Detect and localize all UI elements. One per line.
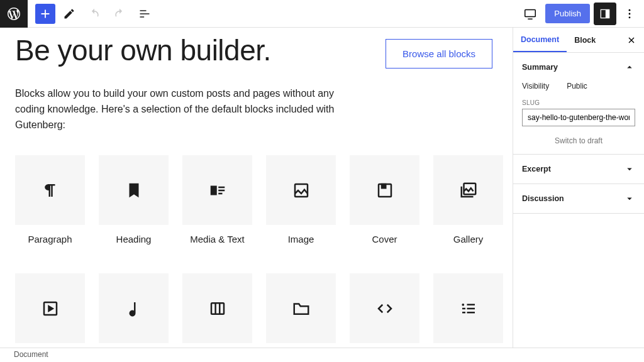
browse-blocks-button[interactable]: Browse all blocks (386, 39, 492, 69)
view-button[interactable] (519, 3, 541, 25)
svg-rect-7 (218, 193, 222, 195)
block-label: Image (288, 234, 314, 244)
switch-to-draft-button[interactable]: Switch to draft (522, 136, 635, 145)
close-icon (626, 35, 636, 45)
svg-rect-0 (525, 9, 536, 16)
svg-rect-13 (211, 303, 224, 314)
close-sidebar-button[interactable] (623, 31, 640, 49)
svg-rect-4 (210, 185, 216, 195)
video-icon (41, 299, 60, 318)
toolbar-left-group (0, 0, 156, 28)
sidebar-icon (599, 8, 611, 20)
wordpress-logo[interactable] (0, 0, 28, 28)
block-item-file[interactable] (266, 273, 336, 343)
block-label: Cover (372, 234, 397, 244)
outline-icon (138, 8, 151, 20)
bookmark-icon (125, 181, 143, 200)
desktop-icon (523, 7, 537, 21)
intro-paragraph: Blocks allow you to build your own custo… (15, 86, 355, 133)
undo-icon (88, 8, 101, 20)
settings-sidebar: Document Block Summary Visibility Public… (513, 28, 644, 348)
svg-rect-6 (218, 190, 225, 192)
visibility-row[interactable]: Visibility Public (522, 82, 635, 90)
hero-row: Be your own builder. Browse all blocks (15, 34, 497, 69)
block-grid: Paragraph Heading Media & Text Image Cov… (15, 155, 497, 343)
toolbar-right-group: Publish (519, 3, 644, 25)
footer-breadcrumb[interactable]: Document (0, 348, 644, 362)
block-item-list[interactable] (433, 273, 503, 343)
plus-icon (38, 7, 52, 21)
columns-icon (208, 299, 227, 318)
audio-icon (125, 299, 143, 318)
block-item-gallery[interactable]: Gallery (433, 155, 503, 244)
excerpt-panel-toggle[interactable]: Excerpt (513, 155, 644, 184)
redo-button[interactable] (108, 3, 131, 25)
visibility-label: Visibility (522, 82, 549, 90)
folder-icon (292, 299, 311, 318)
code-icon (375, 299, 394, 318)
discussion-title: Discussion (522, 194, 564, 203)
block-item-cover[interactable]: Cover (350, 155, 419, 244)
page-title: Be your own builder. (15, 34, 271, 67)
publish-button[interactable]: Publish (545, 4, 590, 23)
block-label: Heading (116, 234, 152, 244)
block-item-image[interactable]: Image (266, 155, 336, 244)
visibility-value: Public (567, 82, 587, 90)
dots-vertical-icon (623, 8, 636, 20)
excerpt-title: Excerpt (522, 165, 551, 173)
edit-mode-button[interactable] (58, 3, 80, 25)
svg-point-2 (629, 13, 631, 14)
tab-block[interactable]: Block (567, 28, 603, 52)
block-label: Paragraph (28, 234, 72, 244)
block-label: Gallery (453, 234, 484, 244)
chevron-down-icon (624, 163, 635, 175)
sidebar-tabs: Document Block (513, 28, 644, 53)
wordpress-icon (6, 6, 21, 21)
block-item-media-text[interactable]: Media & Text (182, 155, 252, 244)
pencil-icon (63, 8, 75, 20)
media-text-icon (208, 181, 227, 200)
gallery-icon (459, 181, 478, 200)
add-block-button[interactable] (35, 4, 55, 24)
top-toolbar: Publish (0, 0, 644, 28)
discussion-panel-toggle[interactable]: Discussion (513, 184, 644, 214)
block-item-paragraph[interactable]: Paragraph (15, 155, 85, 244)
svg-rect-10 (382, 184, 386, 188)
block-item-columns[interactable] (182, 273, 252, 343)
document-overview-button[interactable] (133, 3, 156, 25)
undo-button[interactable] (83, 3, 106, 25)
list-icon (459, 299, 478, 318)
block-item-heading[interactable]: Heading (99, 155, 169, 244)
slug-input[interactable] (522, 109, 635, 126)
chevron-down-icon (624, 193, 635, 204)
block-item-audio[interactable] (99, 273, 169, 343)
summary-panel-toggle[interactable]: Summary (522, 62, 635, 73)
chevron-up-icon (624, 62, 635, 73)
settings-sidebar-toggle[interactable] (594, 3, 616, 25)
slug-label: Slug (522, 99, 635, 106)
paragraph-icon (41, 181, 60, 200)
svg-point-3 (629, 16, 631, 18)
block-label: Media & Text (190, 234, 244, 244)
summary-panel: Summary Visibility Public Slug Switch to… (513, 53, 644, 155)
cover-icon (375, 181, 394, 200)
editor-canvas: Be your own builder. Browse all blocks B… (0, 28, 513, 348)
summary-title: Summary (522, 63, 558, 72)
block-item-video[interactable] (15, 273, 85, 343)
image-icon (292, 181, 311, 200)
svg-point-1 (629, 9, 631, 11)
svg-rect-5 (218, 187, 225, 189)
tab-document[interactable]: Document (513, 28, 567, 52)
redo-icon (113, 8, 126, 20)
svg-point-14 (462, 304, 464, 306)
more-options-button[interactable] (620, 3, 639, 25)
block-item-code[interactable] (350, 273, 419, 343)
